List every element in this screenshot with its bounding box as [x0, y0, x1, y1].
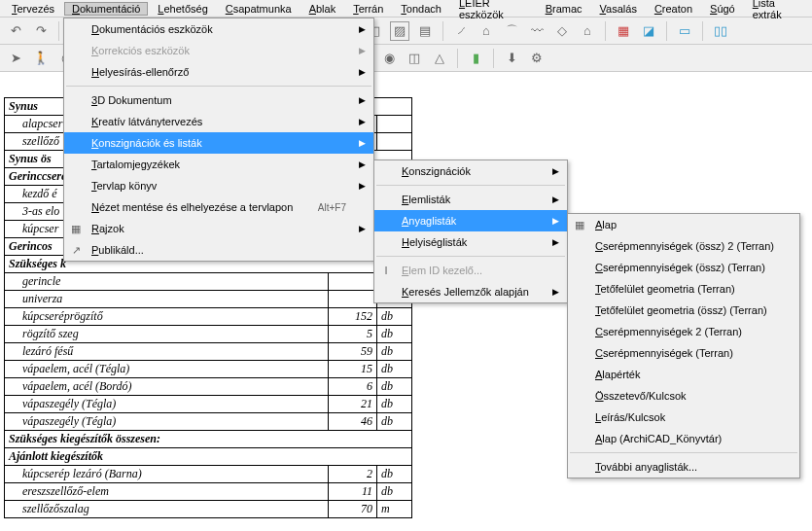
menu-súgó[interactable]: Súgó — [702, 2, 743, 16]
table-row: szellőzőszalag70m — [5, 501, 412, 518]
table-row: ereszszellőző-elem11db — [5, 483, 412, 501]
table-row: vápaelem, acél (Tégla)15db — [5, 361, 412, 378]
table-row: univerza — [5, 291, 412, 308]
person-icon[interactable]: 🚶 — [31, 49, 51, 68]
table-row: rögzítő szeg5db — [5, 326, 412, 343]
menu-item[interactable]: Elemlisták▶ — [374, 189, 567, 210]
table-row: vápaszegély (Tégla)21db — [5, 396, 412, 413]
chevron-right-icon: ▶ — [359, 117, 366, 126]
menu-icon: ▦ — [68, 221, 84, 236]
menu-item[interactable]: Összetevő/Kulcsok — [568, 385, 799, 407]
chevron-right-icon: ▶ — [359, 46, 366, 55]
menu-vasalás[interactable]: Vasalás — [592, 2, 645, 16]
menu-item[interactable]: Alap (ArchiCAD_Könyvtár) — [568, 428, 799, 449]
menu-creaton[interactable]: Creaton — [647, 2, 700, 16]
menu-lehetőség[interactable]: Lehetőség — [150, 2, 215, 16]
menu-item[interactable]: Konszignációk▶ — [374, 160, 567, 182]
menu-item[interactable]: 3D Dokumentum▶ — [64, 89, 373, 111]
drop-icon[interactable]: ⬇ — [502, 49, 521, 68]
chevron-right-icon: ▶ — [359, 159, 366, 169]
chevron-right-icon: ▶ — [359, 24, 366, 34]
menu-item[interactable]: Anyaglisták▶ — [374, 210, 567, 231]
menu-tondach[interactable]: Tondach — [393, 2, 449, 16]
dokumentacio-menu: Dokumentációs eszközök▶Korrekciós eszköz… — [63, 18, 374, 262]
menu-leier eszközök[interactable]: LEIER eszközök — [451, 0, 536, 21]
chevron-right-icon: ▶ — [359, 138, 366, 148]
menu-item[interactable]: Tartalomjegyzékek▶ — [64, 154, 373, 175]
menu-item[interactable]: Tetőfelület geometria (Terran) — [568, 278, 799, 300]
menu-item[interactable]: Helyiséglisták▶ — [374, 231, 567, 253]
table-header: Ajánlott kiegészítők — [5, 448, 412, 466]
chevron-right-icon: ▶ — [552, 166, 559, 176]
menu-csapatmunka[interactable]: Csapatmunka — [218, 2, 300, 16]
menu-item[interactable]: Dokumentációs eszközök▶ — [64, 18, 373, 40]
cube-icon[interactable]: ◫ — [405, 49, 424, 68]
chevron-right-icon: ▶ — [359, 67, 366, 77]
menu-item[interactable]: Keresés Jellemzők alapján▶ — [374, 281, 567, 302]
chevron-right-icon: ▶ — [552, 195, 559, 204]
window-icon[interactable]: ▭ — [675, 21, 694, 41]
list-icon: ▦ — [572, 217, 587, 232]
menu-item[interactable]: Helyesírás-ellenőrző▶ — [64, 61, 373, 83]
table-row: vápaelem, acél (Bordó)6db — [5, 378, 412, 396]
marker-icon[interactable]: ◉ — [379, 49, 399, 68]
menu-item[interactable]: Cserépmennyiségek (össz) 2 (Terran) — [568, 235, 799, 257]
menu-item[interactable]: Leírás/Kulcsok — [568, 407, 799, 428]
menu-item[interactable]: Tervlap könyv▶ — [64, 175, 373, 196]
table-row: lezáró fésű59db — [5, 343, 412, 361]
menu-item[interactable]: ↗Publikáld... — [64, 239, 373, 261]
undo-icon[interactable]: ↶ — [6, 21, 25, 41]
chevron-right-icon: ▶ — [552, 287, 559, 297]
view3d-icon[interactable]: ◪ — [639, 21, 658, 41]
menu-ablak[interactable]: Ablak — [301, 2, 344, 16]
table-row: kúpcseréprögzítő152db — [5, 308, 412, 326]
menu-icon: ↗ — [68, 242, 84, 258]
curve-icon[interactable]: 〰 — [527, 21, 547, 41]
menu-item[interactable]: Tetőfelület geometria (össz) (Terran) — [568, 300, 799, 321]
menu-item[interactable]: Kreatív látványtervezés▶ — [64, 111, 373, 132]
table-row: vápaszegély (Tégla)46db — [5, 413, 412, 431]
menu-item[interactable]: Cserépmennyiségek (össz) (Terran) — [568, 257, 799, 278]
menu-item[interactable]: ▦Rajzok▶ — [64, 218, 373, 239]
shape-icon[interactable]: ◇ — [552, 21, 572, 41]
grid-icon[interactable]: ▦ — [614, 21, 633, 41]
redo-icon[interactable]: ↷ — [31, 21, 51, 41]
layers-icon[interactable]: ▤ — [415, 21, 435, 41]
menu-item[interactable]: Cserépmennyiségek (Terran) — [568, 342, 799, 364]
konszignaciok-submenu: Konszignációk▶Elemlisták▶Anyaglisták▶Hel… — [373, 159, 568, 303]
hatch-icon[interactable]: ▨ — [390, 21, 409, 41]
menu-bramac[interactable]: Bramac — [538, 2, 590, 16]
pyramid-icon[interactable]: △ — [430, 49, 449, 68]
menu-terrán[interactable]: Terrán — [345, 2, 391, 16]
menu-item[interactable]: További anyaglisták... — [568, 456, 799, 478]
menu-item[interactable]: Nézet mentése és elhelyezése a tervlapon… — [64, 196, 373, 218]
menu-icon: I — [378, 263, 394, 278]
table-row: gerincle — [5, 273, 412, 291]
chevron-right-icon: ▶ — [552, 216, 559, 226]
menu-item[interactable]: Cserépmennyiségek 2 (Terran) — [568, 321, 799, 342]
panel-icon[interactable]: ▯▯ — [711, 21, 730, 41]
gear-icon[interactable]: ⚙ — [527, 49, 547, 68]
table-row: kúpcserép lezáró (Barna)2db — [5, 466, 412, 483]
chevron-right-icon: ▶ — [552, 237, 559, 247]
house-icon[interactable]: ⌂ — [578, 21, 597, 41]
menu-lista extrák[interactable]: Lista extrák — [745, 0, 808, 21]
draw-icon[interactable]: ⟋ — [451, 21, 471, 41]
menu-item[interactable]: Alapérték — [568, 364, 799, 385]
cursor-icon[interactable]: ➤ — [6, 49, 25, 68]
menu-item: IElem ID kezelő... — [374, 260, 567, 281]
menu-item[interactable]: Konszignációk és listák▶ — [64, 132, 373, 154]
arc-icon[interactable]: ⌒ — [502, 21, 521, 41]
roof-icon[interactable]: ⌂ — [477, 21, 496, 41]
menubar: TervezésDokumentációLehetőségCsapatmunka… — [0, 0, 812, 18]
menu-dokumentáció[interactable]: Dokumentáció — [64, 2, 148, 16]
brush-icon[interactable]: ▮ — [466, 49, 485, 68]
menu-item[interactable]: ▦Alap — [568, 214, 799, 235]
anyaglistak-submenu: ▦AlapCserépmennyiségek (össz) 2 (Terran)… — [567, 213, 800, 478]
chevron-right-icon: ▶ — [359, 224, 366, 233]
chevron-right-icon: ▶ — [359, 95, 366, 105]
menu-tervezés[interactable]: Tervezés — [4, 2, 62, 16]
chevron-right-icon: ▶ — [359, 181, 366, 191]
menu-item: Korrekciós eszközök▶ — [64, 40, 373, 61]
table-header: Szükséges kiegészítők összesen: — [5, 431, 412, 448]
